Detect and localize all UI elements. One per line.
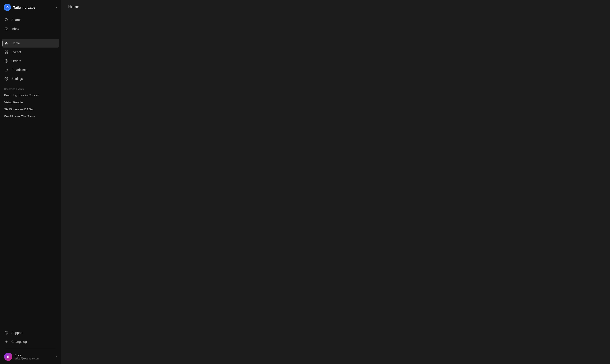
changelog-label: Changelog bbox=[11, 340, 27, 344]
changelog-button[interactable]: Changelog bbox=[2, 337, 59, 346]
user-section[interactable]: E Erica erica@example.com ▾ bbox=[2, 350, 59, 363]
inbox-icon bbox=[4, 27, 9, 31]
sidebar-bottom: Support Changelog E Erica erica@example.… bbox=[0, 328, 61, 364]
active-indicator bbox=[2, 40, 2, 46]
support-label: Support bbox=[11, 331, 23, 335]
main-content: Home bbox=[61, 0, 610, 364]
broadcasts-icon bbox=[4, 67, 9, 72]
support-button[interactable]: Support bbox=[2, 328, 59, 337]
svg-line-2 bbox=[7, 20, 8, 21]
home-icon bbox=[4, 41, 9, 46]
divider-bottom bbox=[5, 348, 55, 348]
sidebar-item-label-home: Home bbox=[11, 41, 20, 45]
user-chevron-icon: ▾ bbox=[55, 355, 57, 358]
user-info: Erica erica@example.com bbox=[14, 353, 53, 360]
workspace-chevron-icon: ▾ bbox=[56, 6, 57, 9]
sidebar-item-label-settings: Settings bbox=[11, 77, 23, 80]
top-actions: Search Inbox bbox=[0, 14, 61, 34]
sidebar-item-settings[interactable]: Settings bbox=[2, 74, 59, 83]
svg-rect-5 bbox=[5, 52, 6, 53]
workspace-name: Tailwind Labs bbox=[13, 5, 54, 9]
inbox-button[interactable]: Inbox bbox=[2, 25, 59, 33]
svg-rect-3 bbox=[5, 51, 6, 52]
sidebar-item-home[interactable]: Home bbox=[2, 39, 59, 48]
main-header: Home bbox=[61, 0, 610, 13]
sidebar-item-orders[interactable]: Orders bbox=[2, 57, 59, 65]
svg-rect-6 bbox=[7, 52, 8, 53]
main-nav: Home Events bbox=[0, 38, 61, 84]
upcoming-events-section: Upcoming Events Bear Hug: Live in Concer… bbox=[0, 84, 61, 122]
support-icon bbox=[4, 331, 9, 335]
page-title: Home bbox=[68, 5, 603, 9]
sidebar-item-label-orders: Orders bbox=[11, 59, 21, 63]
search-button[interactable]: Search bbox=[2, 15, 59, 24]
user-email: erica@example.com bbox=[14, 357, 53, 360]
workspace-logo bbox=[4, 4, 11, 11]
sidebar: Tailwind Labs ▾ Search Inbox bbox=[0, 0, 61, 364]
search-icon bbox=[4, 17, 9, 22]
svg-point-0 bbox=[5, 5, 10, 10]
sidebar-item-broadcasts[interactable]: Broadcasts bbox=[2, 65, 59, 74]
svg-rect-4 bbox=[7, 51, 8, 52]
sidebar-item-events[interactable]: Events bbox=[2, 48, 59, 56]
workspace-header[interactable]: Tailwind Labs ▾ bbox=[0, 0, 61, 14]
search-label: Search bbox=[11, 18, 21, 22]
avatar: E bbox=[4, 353, 12, 361]
settings-icon bbox=[4, 77, 9, 81]
main-body bbox=[61, 13, 610, 364]
user-name: Erica bbox=[14, 353, 53, 357]
event-item-2[interactable]: Viking People bbox=[4, 99, 57, 106]
orders-icon bbox=[4, 59, 9, 63]
sidebar-item-label-broadcasts: Broadcasts bbox=[11, 68, 27, 72]
event-item-3[interactable]: Six Fingers — DJ Set bbox=[4, 106, 57, 113]
event-item-4[interactable]: We All Look The Same bbox=[4, 113, 57, 120]
upcoming-events-label: Upcoming Events bbox=[4, 88, 57, 90]
changelog-icon bbox=[4, 339, 9, 344]
svg-point-14 bbox=[6, 78, 7, 79]
events-icon bbox=[4, 50, 9, 54]
event-item-1[interactable]: Bear Hug: Live in Concert bbox=[4, 92, 57, 99]
inbox-label: Inbox bbox=[11, 27, 19, 31]
sidebar-item-label-events: Events bbox=[11, 50, 21, 54]
